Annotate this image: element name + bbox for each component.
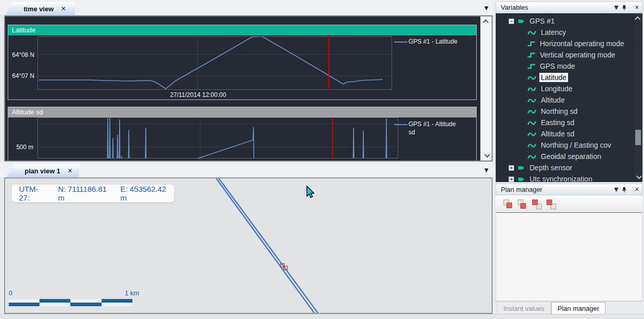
dock-tabbar: Instant values Plan manager [494,301,644,314]
latitude-xtick: 27/11/2014 12:00:00 [162,91,234,98]
wave-signal-icon [528,131,536,137]
device-arrow-icon [518,165,525,171]
variable-item-longitude[interactable]: Longitude [528,83,574,94]
variable-item-horizontal-operating-mode[interactable]: Horizontal operating mode [528,38,626,49]
time-view-scroll-down-icon[interactable] [481,151,492,160]
scale-end-label: 1 km [125,289,139,297]
variable-item-utc-synchronization[interactable]: +Utc synchronization [509,173,594,182]
variable-item-altitude[interactable]: Altitude [528,94,567,106]
variable-item-easting-sd[interactable]: Easting sd [528,117,576,128]
tab-plan-view-close-icon[interactable]: ✕ [67,167,72,174]
device-arrow-icon [518,176,525,183]
mouse-cursor-icon [307,186,314,197]
variable-item-gps-1[interactable]: −GPS #1 [509,15,556,27]
track-line [218,178,318,313]
plan-view-tablist-dropdown-icon[interactable]: ▼ [484,167,489,173]
variables-header: Variables ▼ ✕ [496,2,642,13]
scale-start-label: 0 [9,289,12,297]
wave-signal-icon [528,97,536,104]
altitude-sd-legend-line-icon [394,124,407,125]
variables-tree[interactable]: −GPS #1LatencyHorizontal operating modeV… [496,13,642,182]
variables-pin-icon[interactable] [621,5,632,11]
altitude-sd-plot[interactable] [37,117,398,158]
wave-signal-icon [528,153,536,160]
variable-item-northing-sd[interactable]: Northing sd [528,106,579,117]
plan-manager-title: Plan manager [501,186,542,193]
latitude-chart-header: Latitude [8,25,476,35]
latitude-legend: GPS #1 - Latitude [408,38,457,45]
altitude-sd-legend-2: sd [408,129,415,136]
variable-item-latency[interactable]: Latency [528,27,568,38]
plan-manager-dropdown-icon[interactable]: ▼ [611,186,621,193]
coordinate-northing: N: 7111186.81 m [58,185,107,202]
variable-item-depth-sensor[interactable]: +Depth sensor [509,162,574,173]
time-view-tablist-dropdown-icon[interactable]: ▼ [484,5,489,11]
plan-manager-content[interactable] [496,213,642,301]
coordinate-datum: UTM-27: [19,185,45,202]
tab-time-view-close-icon[interactable]: ✕ [61,5,66,12]
variables-close-icon[interactable]: ✕ [632,4,642,11]
wave-signal-icon [528,142,536,149]
latitude-legend-line-icon [394,42,407,43]
variable-item-gps-mode[interactable]: GPS mode [528,61,576,72]
variables-dropdown-icon[interactable]: ▼ [611,4,621,11]
plan-view-tabstrip: plan view 1 ✕ ▼ [0,162,494,177]
latitude-chart-section[interactable]: Latitude 64°08 N 64°07 N 27/11/2014 12:0… [8,25,477,100]
step-signal-icon [528,63,535,70]
variables-scroll-down-icon[interactable] [634,173,642,181]
plan-copy-icon[interactable] [503,199,514,210]
plan-delete-icon[interactable] [546,199,557,210]
latitude-plot[interactable] [37,36,392,90]
variables-scroll-up-icon[interactable] [634,14,642,23]
variable-item-altitude-sd[interactable]: Altitude sd [528,128,576,139]
status-strip [0,314,644,319]
coordinate-readout: UTM-27: N: 7111186.81 m E: 453562.42 m [11,184,174,203]
tab-time-view-label: time view [24,5,54,13]
altitude-sd-legend-1: GPS #1 - Altitude [408,121,456,128]
coordinate-easting: E: 453562.42 m [120,185,167,202]
variables-title: Variables [501,4,528,11]
time-view-panel: Latitude 64°08 N 64°07 N 27/11/2014 12:0… [4,15,493,162]
time-view-scrollbar[interactable] [480,16,492,161]
variables-scrollbar[interactable] [634,13,642,182]
plan-paste-icon[interactable] [517,199,529,210]
plan-manager-close-icon[interactable]: ✕ [632,186,642,193]
collapse-box-icon[interactable]: − [509,18,514,24]
plan-view-map[interactable]: UTM-27: N: 7111186.81 m E: 453562.42 m 0… [4,177,493,314]
latitude-ytick-bottom: 64°07 N [11,72,34,79]
variable-item-latitude[interactable]: Latitude [528,72,568,83]
time-view-tabstrip: time view ✕ ▼ [0,0,494,15]
wave-signal-icon [528,108,536,115]
application-window: time view ✕ ▼ Latitude 64°08 N 64°07 N 2… [0,0,644,319]
variable-item-northing-easting-cov[interactable]: Northing / Easting cov [528,139,613,151]
variables-scroll-thumb[interactable] [635,130,641,145]
variable-item-vertical-operating-mode[interactable]: Vertical operating mode [528,49,617,61]
tab-instant-values[interactable]: Instant values [497,302,551,314]
tab-time-view[interactable]: time view ✕ [5,2,75,15]
scale-bar-top [9,299,132,303]
step-signal-icon [528,41,535,47]
scale-bar-bottom [9,303,132,306]
expand-box-icon[interactable]: + [509,165,514,171]
time-view-scroll-up-icon[interactable] [481,17,492,26]
variable-item-geoidal-separation[interactable]: Geoidal separation [528,151,603,162]
wave-signal-icon [528,119,536,126]
altitude-sd-chart-header: Altitude sd [8,107,476,117]
device-arrow-icon [518,18,525,25]
tab-plan-manager[interactable]: Plan manager [551,302,606,314]
track-line [216,178,315,313]
altitude-sd-ytick: 500 m [8,144,33,151]
plan-new-icon[interactable] [532,199,543,210]
altitude-sd-chart-section[interactable]: Altitude sd 500 m GPS #1 - Altitude sd [8,107,477,162]
wave-signal-icon [528,74,536,81]
plan-manager-header: Plan manager ▼ ✕ [496,184,642,195]
expand-box-icon[interactable]: + [509,176,514,182]
latitude-ytick-top: 64°08 N [11,51,34,58]
tab-plan-view[interactable]: plan view 1 ✕ [6,164,79,177]
step-signal-icon [528,52,535,58]
wave-signal-icon [528,86,536,92]
wave-signal-icon [528,29,536,36]
plan-manager-toolbar [496,195,642,213]
plan-manager-pin-icon[interactable] [621,187,632,193]
tab-plan-view-label: plan view 1 [25,167,60,175]
